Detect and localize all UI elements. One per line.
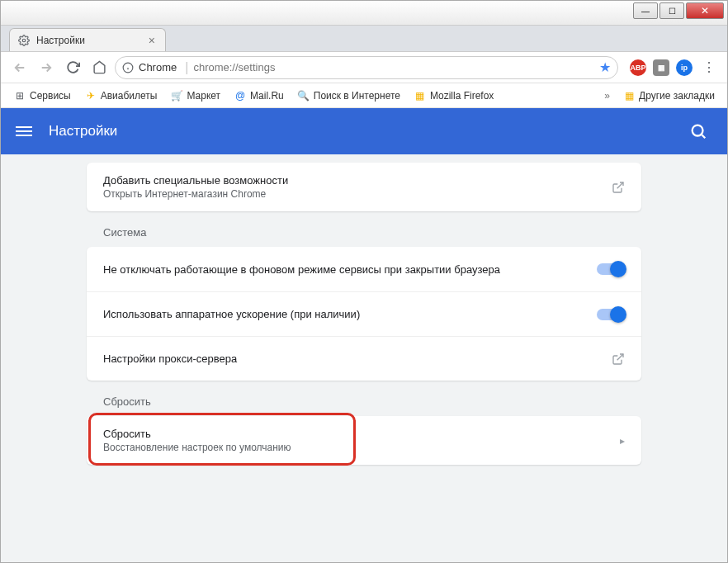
search-button[interactable] (689, 122, 707, 140)
mail-icon: @ (234, 89, 247, 102)
background-services-toggle-row[interactable]: Не отключать работающие в фоновом режиме… (87, 247, 641, 291)
adblock-extension-icon[interactable]: ABP (630, 59, 646, 76)
bookmark-item[interactable]: @Mail.Ru (229, 87, 288, 105)
reset-settings-row[interactable]: Сбросить Восстановление настроек по умол… (87, 416, 641, 465)
settings-content[interactable]: Добавить специальные возможности Открыть… (1, 154, 727, 562)
gear-icon (18, 35, 30, 46)
back-button[interactable] (9, 57, 31, 78)
folder-icon: ▦ (622, 89, 636, 102)
settings-header: Настройки (1, 108, 727, 154)
window-titlebar: — ☐ ✕ (1, 1, 727, 26)
address-bar[interactable]: Chrome | ★ (115, 56, 618, 79)
open-accessibility-store-row[interactable]: Добавить специальные возможности Открыть… (87, 163, 641, 211)
bookmark-star-icon[interactable]: ★ (599, 59, 611, 75)
external-link-icon (612, 352, 625, 366)
reset-card: Сбросить Восстановление настроек по умол… (87, 416, 641, 465)
chevron-right-icon: ▸ (620, 435, 625, 447)
home-button[interactable] (88, 57, 110, 78)
url-input[interactable] (193, 61, 599, 73)
bookmark-item[interactable]: ✈Авиабилеты (80, 87, 162, 105)
bookmark-item[interactable]: ⊞Сервисы (9, 87, 75, 105)
svg-point-2 (693, 125, 703, 136)
apps-icon: ⊞ (13, 89, 26, 102)
tab-close-button[interactable]: × (147, 34, 157, 47)
tab-bar: Настройки × (1, 26, 727, 52)
browser-menu-button[interactable]: ⋮ (699, 56, 719, 78)
section-heading-system: Система (87, 211, 641, 247)
browser-window: — ☐ ✕ Настройки × Chrome (0, 0, 728, 563)
url-origin: Chrome (139, 61, 177, 73)
window-minimize-button[interactable]: — (633, 2, 658, 19)
bookmarks-bar: ⊞Сервисы ✈Авиабилеты 🛒Маркет @Mail.Ru 🔍П… (1, 83, 727, 108)
extension-icons: ABP ▦ ip ⋮ (630, 56, 719, 78)
system-card: Не отключать работающие в фоновом режиме… (87, 247, 641, 381)
window-maximize-button[interactable]: ☐ (659, 2, 684, 19)
external-link-icon (612, 181, 625, 194)
bookmark-item[interactable]: 🛒Маркет (166, 87, 225, 105)
bookmark-item[interactable]: 🔍Поиск в Интернете (293, 87, 404, 105)
proxy-settings-row[interactable]: Настройки прокси-сервера (87, 336, 641, 381)
search-icon: 🔍 (297, 89, 310, 102)
toggle-switch[interactable] (597, 309, 625, 320)
hardware-acceleration-toggle-row[interactable]: Использовать аппаратное ускорение (при н… (87, 291, 641, 336)
forward-button[interactable] (35, 57, 57, 78)
reload-button[interactable] (62, 57, 83, 78)
bookmarks-overflow-button[interactable]: » (601, 90, 613, 102)
plane-icon: ✈ (84, 89, 97, 102)
folder-icon: ▦ (414, 89, 427, 102)
svg-point-0 (22, 39, 26, 42)
page-title: Настройки (49, 123, 117, 140)
extension-icon-ip[interactable]: ip (676, 59, 693, 76)
window-close-button[interactable]: ✕ (686, 2, 724, 19)
section-heading-reset: Сбросить (87, 381, 641, 416)
site-identity-icon (122, 62, 134, 73)
other-bookmarks-button[interactable]: ▦Другие закладки (618, 87, 719, 105)
cart-icon: 🛒 (170, 89, 183, 102)
accessibility-card: Добавить специальные возможности Открыть… (87, 163, 641, 211)
toolbar: Chrome | ★ ABP ▦ ip ⋮ (1, 52, 727, 83)
tab-title: Настройки (36, 35, 147, 46)
extension-icon[interactable]: ▦ (653, 59, 669, 76)
tab-settings[interactable]: Настройки × (9, 28, 166, 51)
bookmark-item[interactable]: ▦Mozilla Firefox (409, 87, 498, 105)
toggle-switch[interactable] (597, 263, 625, 275)
menu-button[interactable] (16, 124, 32, 139)
